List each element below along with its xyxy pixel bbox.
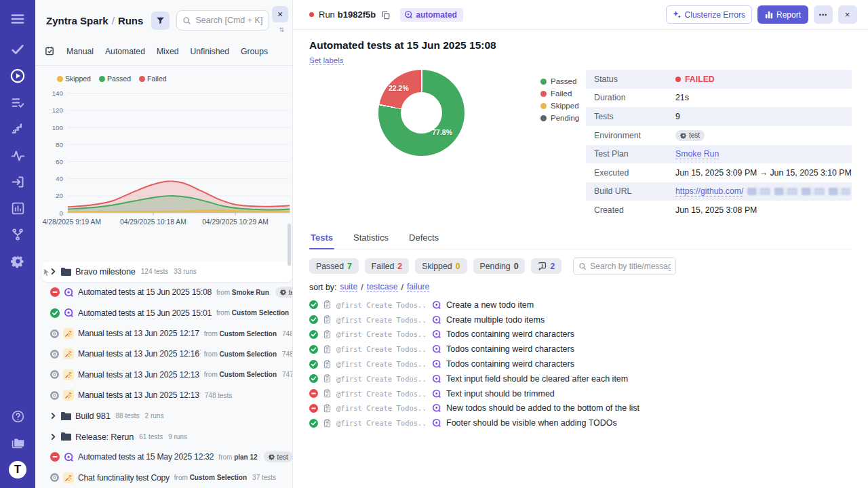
status-finished-icon — [50, 329, 59, 338]
filter-button[interactable] — [151, 12, 170, 30]
run-group-row[interactable]: Build 98188 tests2 runs — [35, 405, 292, 426]
legend-item: Passed — [99, 75, 131, 83]
test-row[interactable]: @first Create Todos...Footer should be v… — [309, 415, 852, 430]
tests-search-input[interactable] — [590, 262, 671, 271]
test-title: Todos containing weird characters — [446, 359, 574, 369]
sidebar-item-menu[interactable] — [9, 11, 26, 27]
tab-statistics[interactable]: Statistics — [352, 232, 390, 249]
test-row[interactable]: @first Create Todos...Create multiple to… — [309, 312, 852, 327]
run-status-dot — [309, 12, 314, 17]
breadcrumb-page[interactable]: Runs — [118, 15, 144, 26]
run-from: from Custom Selection — [204, 350, 277, 358]
donut-legend-item: Skipped — [540, 102, 579, 110]
sort-mini-icon[interactable]: ⇅ — [279, 26, 284, 33]
tab-defects[interactable]: Defects — [408, 232, 440, 249]
sidebar-item-branch[interactable] — [9, 226, 26, 243]
build-url-link[interactable]: https://github.com/ — [675, 186, 743, 197]
runs-chart-legend: SkippedPassedFailed — [35, 66, 292, 83]
clipboard-icon — [323, 419, 332, 428]
sort-failure-link[interactable]: failure — [407, 282, 430, 292]
sidebar-item-folders[interactable] — [9, 434, 26, 451]
sidebar-item-help[interactable] — [9, 408, 26, 424]
copy-run-id-button[interactable] — [381, 10, 391, 20]
sidebar-item-steps[interactable] — [9, 121, 26, 137]
detail-label: Environment — [594, 131, 675, 140]
folder-icon — [60, 267, 71, 277]
run-group-row[interactable]: Bravo milestone124 tests33 runs — [42, 262, 292, 282]
env-badge: test — [675, 130, 705, 141]
test-row[interactable]: @first Create Todos...Text input field s… — [309, 371, 852, 386]
chevron-right-icon[interactable] — [50, 413, 56, 419]
sidebar-item-check[interactable] — [9, 41, 26, 58]
report-button[interactable]: Report — [757, 5, 808, 24]
runs-scrollbar[interactable] — [288, 224, 291, 266]
sort-suite-link[interactable]: suite — [340, 282, 357, 292]
runs-type-tabs: ManualAutomatedMixedUnfinishedGroups — [35, 39, 292, 66]
sort-testcase-link[interactable]: testcase — [367, 282, 398, 292]
runs-tab-manual[interactable]: Manual — [66, 47, 94, 56]
clipboard-icon — [323, 345, 332, 354]
tab-tests[interactable]: Tests — [309, 232, 334, 249]
more-options-button[interactable]: ••• — [814, 5, 833, 24]
sidebar-item-gear[interactable] — [9, 253, 26, 269]
status-finished-icon — [50, 370, 59, 379]
set-labels-link[interactable]: Set labels — [309, 56, 344, 65]
test-row[interactable]: @first Create Todos...Text input should … — [309, 386, 852, 401]
runs-tab-unfinished[interactable]: Unfinished — [190, 47, 229, 56]
sidebar-item-list-check[interactable] — [9, 94, 26, 110]
test-row[interactable]: @first Create Todos...New todos should b… — [309, 401, 852, 416]
run-group-row[interactable]: Release: Rerun61 tests9 runs — [35, 426, 292, 447]
detail-label: Build URL — [594, 186, 675, 196]
panel-close-button[interactable]: × — [272, 6, 288, 22]
filter-chip-comments[interactable]: 2 — [531, 258, 561, 274]
app-logo[interactable]: T — [9, 461, 26, 479]
close-run-button[interactable]: × — [838, 5, 857, 24]
test-row[interactable]: @first Create Todos...Todos containing w… — [309, 327, 852, 342]
test-row[interactable]: @first Create Todos...Create a new todo … — [309, 298, 852, 312]
chevron-right-icon[interactable] — [50, 434, 56, 440]
run-count: 748 tests — [282, 330, 292, 338]
steps-icon — [11, 122, 24, 136]
sidebar-item-import[interactable] — [9, 174, 26, 190]
runs-tab-mixed[interactable]: Mixed — [157, 47, 179, 56]
detail-label: Status — [594, 75, 675, 84]
sidebar-item-activity[interactable] — [9, 147, 26, 163]
runs-tab-groups[interactable]: Groups — [241, 47, 268, 56]
test-row[interactable]: @first Create Todos...Todos containing w… — [309, 357, 852, 371]
run-row[interactable]: Automated tests at 15 Jun 2025 15:01from… — [35, 302, 292, 323]
report-chart-icon — [765, 11, 773, 19]
breadcrumb-project[interactable]: Zyntra Spark — [46, 15, 108, 26]
clusterize-errors-button[interactable]: Clusterize Errors — [666, 5, 752, 24]
status-finished-icon — [50, 350, 59, 359]
search-icon — [182, 16, 191, 25]
filter-chip-passed[interactable]: Passed7 — [309, 258, 359, 274]
run-title: Automated tests at 15 Jun 2025 15:08 — [78, 287, 212, 297]
run-row[interactable]: Manual tests at 13 Jun 2025 12:16from Cu… — [35, 344, 292, 364]
run-row[interactable]: Manual tests at 13 Jun 2025 12:13748 tes… — [35, 385, 292, 405]
runs-tab-automated[interactable]: Automated — [105, 47, 145, 56]
test-plan-link[interactable]: Smoke Run — [675, 149, 719, 159]
checklist-icon[interactable] — [45, 46, 55, 56]
sidebar-item-play-circle[interactable] — [9, 68, 26, 84]
filter-chip-pending[interactable]: Pending0 — [473, 258, 526, 274]
filter-chip-failed[interactable]: Failed2 — [365, 258, 409, 274]
run-row[interactable]: Manual tests at 13 Jun 2025 12:13from Cu… — [35, 365, 292, 385]
run-overview: 22.2% 77.8% PassedFailedSkippedPending S… — [309, 70, 852, 232]
legend-dot — [57, 76, 63, 82]
filter-chip-skipped[interactable]: Skipped0 — [415, 258, 467, 274]
run-row[interactable]: Manual tests at 13 Jun 2025 12:17from Cu… — [35, 323, 292, 344]
run-id: b1982f5b — [338, 9, 376, 20]
redacted-url — [747, 188, 850, 195]
runs-search-input[interactable] — [195, 16, 263, 25]
chevron-right-icon[interactable] — [50, 268, 56, 274]
env-badge: test — [264, 451, 292, 462]
run-row[interactable]: Chat functinality test Copyfrom Custom S… — [35, 468, 292, 488]
run-row[interactable]: Automated tests at 15 Jun 2025 15:08from… — [35, 282, 292, 302]
status-finished-icon — [50, 391, 59, 400]
tests-list: @first Create Todos...Create a new todo … — [309, 298, 852, 430]
run-count: 748 tests — [282, 350, 292, 358]
test-row[interactable]: @first Create Todos...Todos containing w… — [309, 342, 852, 357]
svg-text:04/29/2025 10:18 AM: 04/29/2025 10:18 AM — [120, 218, 186, 226]
run-row[interactable]: Automated tests at 15 May 2025 12:32from… — [35, 447, 292, 467]
sidebar-item-bar-chart-box[interactable] — [9, 200, 26, 216]
